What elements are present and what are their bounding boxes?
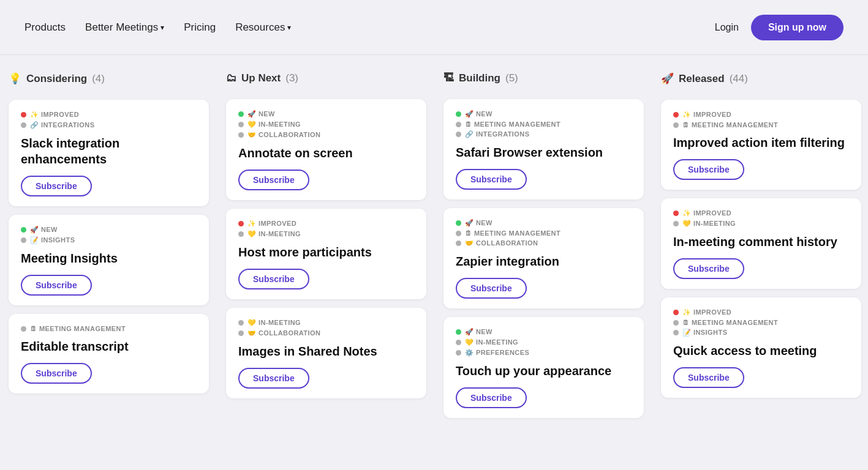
tag-dot [21,227,26,233]
tag-row: ✨ IMPROVED [21,111,197,119]
tag-dot [238,330,244,336]
subscribe-button[interactable]: Subscribe [21,275,92,296]
card-tags: 🚀 NEW💛 IN-MEETING⚙️ PREFERENCES [456,328,632,357]
tag-dot [238,320,244,326]
tag-row: 💛 IN-MEETING [238,319,414,327]
card-tags: 🚀 NEW🗓 MEETING MANAGEMENT🔗 INTEGRATIONS [456,110,632,138]
tag-dot [21,112,26,118]
card-tags: ✨ IMPROVED💛 IN-MEETING [673,209,849,228]
navigation: Products Better Meetings ▾ Pricing Resou… [0,0,868,55]
column-building: 🏗 Building (5)🚀 NEW🗓 MEETING MANAGEMENT🔗… [435,67,652,470]
feature-card: ✨ IMPROVED🗓 MEETING MANAGEMENTImproved a… [661,100,861,190]
column-title: Building [459,72,500,84]
card-title: Slack integration enhancements [21,135,197,167]
tag-dot [673,122,679,128]
subscribe-button[interactable]: Subscribe [238,368,309,389]
nav-resources[interactable]: Resources ▾ [235,21,291,34]
card-tags: ✨ IMPROVED🗓 MEETING MANAGEMENT📝 INSIGHTS [673,308,849,337]
column-header-up-next: 🗂 Up Next (3) [226,67,426,89]
tag-row: 🗓 MEETING MANAGEMENT [21,325,197,332]
column-count: (4) [92,73,105,85]
feature-card: 🚀 NEW💛 IN-MEETING🤝 COLLABORATIONAnnotate… [226,99,426,200]
tag-row: 🚀 NEW [456,219,632,227]
feature-card: 🗓 MEETING MANAGEMENTEditable transcriptS… [9,314,209,394]
tag-row: 📝 INSIGHTS [21,236,197,244]
column-count: (5) [505,72,518,84]
card-title: Quick access to meeting [673,343,849,359]
tag-row: 🚀 NEW [456,110,632,118]
tag-label: 🤝 COLLABORATION [465,239,538,247]
tag-dot [238,122,244,127]
tag-dot [21,237,26,243]
feature-card: 🚀 NEW🗓 MEETING MANAGEMENT🔗 INTEGRATIONSS… [443,99,644,200]
chevron-down-icon: ▾ [160,23,164,32]
column-header-released: 🚀 Released (44) [661,67,861,90]
nav-right: Login Sign up now [715,15,843,40]
subscribe-button[interactable]: Subscribe [238,269,309,289]
tag-label: ✨ IMPROVED [247,220,296,228]
subscribe-button[interactable]: Subscribe [673,367,744,388]
card-title: Annotate on screen [238,145,414,161]
subscribe-button[interactable]: Subscribe [21,176,92,196]
subscribe-button[interactable]: Subscribe [456,387,527,408]
tag-dot [456,220,461,226]
kanban-board: 💡 Considering (4)✨ IMPROVED🔗 INTEGRATION… [0,55,868,470]
subscribe-button[interactable]: Subscribe [673,258,744,279]
tag-label: 💛 IN-MEETING [247,121,301,129]
tag-row: 🤝 COLLABORATION [238,329,414,337]
subscribe-button[interactable]: Subscribe [456,278,527,299]
column-emoji: 💡 [9,72,21,85]
subscribe-button[interactable]: Subscribe [456,169,527,190]
login-button[interactable]: Login [715,22,739,33]
column-emoji: 🗂 [226,72,236,84]
tag-dot [456,350,461,356]
card-tags: 🚀 NEW📝 INSIGHTS [21,226,197,244]
tag-row: 🚀 NEW [21,226,197,234]
tag-row: 💛 IN-MEETING [673,220,849,228]
tag-dot [456,122,461,127]
card-tags: 🚀 NEW💛 IN-MEETING🤝 COLLABORATION [238,110,414,139]
tag-row: 🗓 MEETING MANAGEMENT [673,319,849,326]
tag-dot [673,221,679,226]
card-title: In-meeting comment history [673,234,849,250]
subscribe-button[interactable]: Subscribe [673,159,744,180]
column-count: (44) [730,73,748,85]
card-tags: ✨ IMPROVED🔗 INTEGRATIONS [21,111,197,129]
tag-row: 🤝 COLLABORATION [238,131,414,139]
feature-card: 🚀 NEW🗓 MEETING MANAGEMENT🤝 COLLABORATION… [443,208,644,308]
tag-label: ✨ IMPROVED [682,308,731,316]
column-released: 🚀 Released (44)✨ IMPROVED🗓 MEETING MANAG… [652,67,868,470]
signup-button[interactable]: Sign up now [751,15,843,40]
nav-products[interactable]: Products [25,21,66,34]
nav-pricing[interactable]: Pricing [184,21,216,34]
nav-better-meetings[interactable]: Better Meetings ▾ [85,21,164,34]
feature-card: ✨ IMPROVED🔗 INTEGRATIONSSlack integratio… [9,100,209,206]
tag-label: 🤝 COLLABORATION [247,131,320,139]
subscribe-button[interactable]: Subscribe [238,170,309,190]
column-emoji: 🏗 [443,72,454,84]
tag-dot [673,211,679,216]
feature-card: 💛 IN-MEETING🤝 COLLABORATIONImages in Sha… [226,308,426,398]
card-title: Zapier integration [456,253,632,269]
tag-dot [673,310,679,315]
tag-row: 🗓 MEETING MANAGEMENT [456,121,632,128]
column-count: (3) [285,72,298,84]
card-title: Images in Shared Notes [238,343,414,359]
column-header-building: 🏗 Building (5) [443,67,644,89]
tag-row: 🗓 MEETING MANAGEMENT [673,121,849,129]
feature-card: 🚀 NEW📝 INSIGHTSMeeting InsightsSubscribe [9,215,209,305]
tag-dot [456,231,461,236]
tag-label: ✨ IMPROVED [682,209,731,217]
column-title: Released [679,73,725,85]
tag-label: 🗓 MEETING MANAGEMENT [30,325,126,332]
tag-dot [673,320,679,326]
card-title: Touch up your appearance [456,363,632,379]
subscribe-button[interactable]: Subscribe [21,363,92,384]
tag-label: 📝 INSIGHTS [682,329,727,337]
tag-label: 🚀 NEW [465,328,492,336]
tag-dot [456,241,461,246]
column-up-next: 🗂 Up Next (3)🚀 NEW💛 IN-MEETING🤝 COLLABOR… [217,67,435,470]
tag-label: 🗓 MEETING MANAGEMENT [682,121,778,129]
tag-label: ✨ IMPROVED [682,111,731,119]
tag-label: 🚀 NEW [247,110,275,118]
